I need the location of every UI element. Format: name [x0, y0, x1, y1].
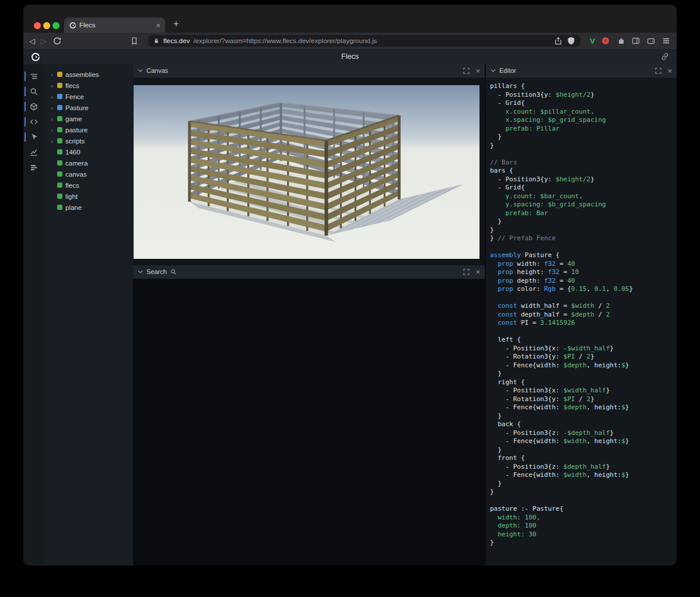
- code-line[interactable]: prop width: f32 = 40: [490, 260, 677, 269]
- tree-item-game[interactable]: ›game: [44, 113, 133, 124]
- tree-item-1460[interactable]: 1460: [44, 146, 133, 157]
- code-line[interactable]: [490, 150, 677, 159]
- code-line[interactable]: depth: 100: [490, 522, 677, 531]
- code-line[interactable]: }: [490, 412, 677, 421]
- expand-chevron-icon[interactable]: ›: [50, 127, 54, 134]
- code-line[interactable]: y.count: $bar_count,: [490, 192, 677, 201]
- rail-button-chart[interactable]: [27, 147, 41, 157]
- code-editor[interactable]: pillars { - Position3{y: $height/2} - Gr…: [486, 78, 677, 566]
- menu-icon[interactable]: [662, 36, 671, 45]
- code-line[interactable]: - Position3{z: $depth_half}: [490, 463, 677, 472]
- tree-item-scripts[interactable]: ›scripts: [44, 135, 133, 146]
- code-line[interactable]: }: [490, 133, 677, 142]
- code-line[interactable]: prop color: Rgb = {0.15, 0.1, 0.05}: [490, 285, 677, 294]
- tree-item-pasture[interactable]: ›pasture: [44, 124, 133, 135]
- chevron-down-icon[interactable]: [138, 69, 143, 72]
- code-line[interactable]: // Bars: [490, 159, 677, 167]
- code-line[interactable]: - Fence{width: $width, height:$}: [490, 471, 677, 480]
- tree-item-Fence[interactable]: ›Fence: [44, 91, 133, 102]
- code-line[interactable]: } // Prefab Fence: [490, 234, 677, 243]
- code-line[interactable]: const depth_half = $depth / 2: [490, 311, 677, 319]
- rail-button-scene[interactable]: [27, 101, 41, 112]
- expand-icon[interactable]: [655, 68, 662, 74]
- tree-item-light[interactable]: light: [44, 191, 133, 202]
- code-line[interactable]: x.count: $pillar_count,: [490, 108, 677, 117]
- code-line[interactable]: const PI = 3.1415926: [490, 319, 677, 328]
- extensions-puzzle-icon[interactable]: [616, 36, 625, 45]
- code-line[interactable]: }: [490, 539, 677, 547]
- tree-item-camera[interactable]: camera: [44, 157, 133, 168]
- code-line[interactable]: - Position3{y: $height/2}: [490, 175, 677, 184]
- reload-button[interactable]: [52, 36, 62, 45]
- rail-button-entity-tree[interactable]: [27, 71, 41, 82]
- rail-button-code[interactable]: [27, 117, 41, 127]
- tree-item-plane[interactable]: plane: [44, 202, 133, 213]
- code-line[interactable]: - Position3{z: -$depth_half}: [490, 429, 677, 438]
- code-line[interactable]: - Position3{x: $width_half}: [490, 387, 677, 395]
- code-line[interactable]: }: [490, 480, 677, 489]
- rail-button-inspect[interactable]: [27, 132, 41, 142]
- close-icon[interactable]: ×: [667, 67, 672, 75]
- tree-item-canvas[interactable]: canvas: [44, 168, 133, 180]
- window-minimize-button[interactable]: [43, 22, 50, 29]
- code-line[interactable]: right {: [490, 378, 677, 387]
- record-extension-icon[interactable]: [601, 36, 610, 45]
- code-line[interactable]: }: [490, 370, 677, 378]
- code-line[interactable]: }: [490, 217, 677, 226]
- code-line[interactable]: front {: [490, 454, 677, 463]
- code-line[interactable]: prefab: Bar: [490, 209, 677, 218]
- code-line[interactable]: - Fence{width: $width, height:$}: [490, 437, 677, 446]
- code-line[interactable]: }: [490, 488, 677, 497]
- code-line[interactable]: x.spacing: $p_grid_spacing: [490, 116, 677, 125]
- code-line[interactable]: [490, 497, 677, 505]
- code-line[interactable]: }: [490, 142, 677, 150]
- rail-button-stats[interactable]: [27, 162, 41, 173]
- code-line[interactable]: - Position3{x: -$width_half}: [490, 345, 677, 353]
- bookmark-icon[interactable]: [130, 36, 139, 45]
- expand-chevron-icon[interactable]: ›: [50, 115, 54, 122]
- code-line[interactable]: - Fence{width: $depth, height:$}: [490, 361, 677, 370]
- code-line[interactable]: width: 100,: [490, 514, 677, 522]
- code-line[interactable]: [490, 243, 677, 252]
- close-icon[interactable]: ×: [475, 268, 480, 276]
- shield-icon[interactable]: [566, 36, 576, 45]
- code-line[interactable]: prop depth: f32 = 40: [490, 277, 677, 286]
- tree-item-Pasture[interactable]: ›Pasture: [44, 102, 133, 113]
- window-zoom-button[interactable]: [52, 22, 60, 29]
- search-results-area[interactable]: [133, 279, 485, 566]
- wallet-icon[interactable]: [646, 36, 656, 45]
- address-bar[interactable]: flecs.dev /explorer/?wasm=https://www.fl…: [148, 35, 580, 47]
- canvas-viewport[interactable]: [133, 78, 485, 265]
- expand-chevron-icon[interactable]: ›: [50, 104, 54, 111]
- expand-icon[interactable]: [463, 68, 470, 74]
- expand-chevron-icon[interactable]: ›: [50, 71, 54, 78]
- code-line[interactable]: left {: [490, 336, 677, 345]
- code-line[interactable]: height: 30: [490, 531, 677, 539]
- window-close-button[interactable]: [34, 22, 41, 29]
- chevron-down-icon[interactable]: [491, 69, 496, 72]
- code-line[interactable]: prop height: f32 = 10: [490, 268, 677, 277]
- new-tab-button[interactable]: +: [170, 18, 182, 30]
- code-line[interactable]: - Position3{y: $height/2}: [490, 91, 677, 100]
- close-icon[interactable]: ×: [475, 67, 480, 75]
- code-line[interactable]: back {: [490, 420, 677, 429]
- tab-close-icon[interactable]: ×: [156, 21, 160, 30]
- share-icon[interactable]: [554, 36, 563, 45]
- tree-item-assemblies[interactable]: ›assemblies: [44, 69, 133, 80]
- code-line[interactable]: - Rotation3{y: $PI / 2}: [490, 353, 677, 361]
- expand-chevron-icon[interactable]: ›: [50, 93, 54, 100]
- code-line[interactable]: y.spacing: $b_grid_spacing: [490, 201, 677, 209]
- browser-tab[interactable]: Flecs ×: [64, 17, 165, 33]
- expand-icon[interactable]: [463, 269, 470, 275]
- code-line[interactable]: - Grid{: [490, 99, 677, 108]
- back-button[interactable]: ◁: [29, 37, 35, 45]
- code-line[interactable]: bars {: [490, 167, 677, 175]
- code-line[interactable]: [490, 328, 677, 336]
- tree-item-flecs[interactable]: flecs: [44, 180, 133, 191]
- expand-chevron-icon[interactable]: ›: [50, 82, 54, 89]
- code-line[interactable]: - Grid{: [490, 184, 677, 192]
- expand-chevron-icon[interactable]: ›: [50, 138, 54, 145]
- v-extension-icon[interactable]: V: [590, 37, 595, 45]
- code-line[interactable]: }: [490, 446, 677, 455]
- code-line[interactable]: [490, 294, 677, 303]
